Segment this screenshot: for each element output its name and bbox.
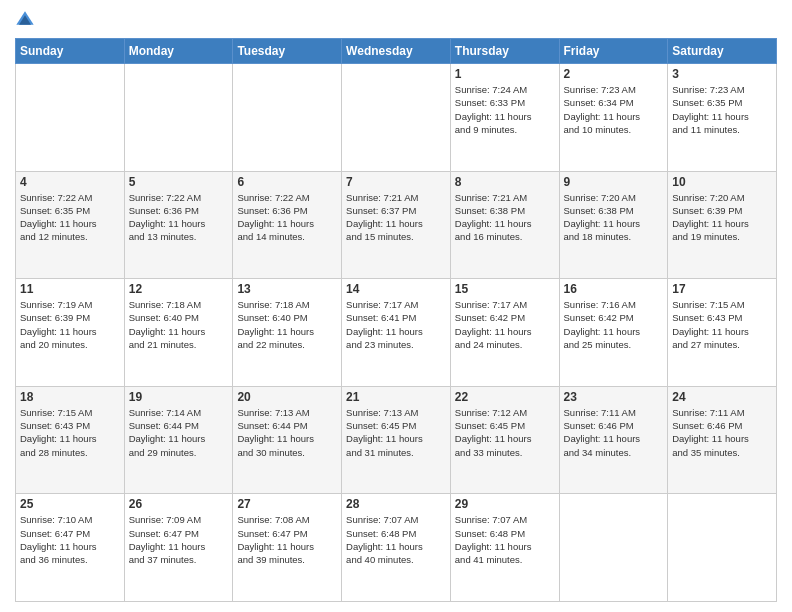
- calendar-cell: 16Sunrise: 7:16 AMSunset: 6:42 PMDayligh…: [559, 279, 668, 387]
- day-info: Sunrise: 7:20 AMSunset: 6:39 PMDaylight:…: [672, 191, 772, 244]
- day-info: Sunrise: 7:08 AMSunset: 6:47 PMDaylight:…: [237, 513, 337, 566]
- day-info: Sunrise: 7:11 AMSunset: 6:46 PMDaylight:…: [564, 406, 664, 459]
- calendar-cell: 25Sunrise: 7:10 AMSunset: 6:47 PMDayligh…: [16, 494, 125, 602]
- calendar-cell: 29Sunrise: 7:07 AMSunset: 6:48 PMDayligh…: [450, 494, 559, 602]
- calendar-cell: 27Sunrise: 7:08 AMSunset: 6:47 PMDayligh…: [233, 494, 342, 602]
- calendar-cell: 14Sunrise: 7:17 AMSunset: 6:41 PMDayligh…: [342, 279, 451, 387]
- calendar-cell: 17Sunrise: 7:15 AMSunset: 6:43 PMDayligh…: [668, 279, 777, 387]
- week-row-5: 25Sunrise: 7:10 AMSunset: 6:47 PMDayligh…: [16, 494, 777, 602]
- day-info: Sunrise: 7:07 AMSunset: 6:48 PMDaylight:…: [455, 513, 555, 566]
- day-info: Sunrise: 7:17 AMSunset: 6:42 PMDaylight:…: [455, 298, 555, 351]
- day-number: 25: [20, 497, 120, 511]
- day-info: Sunrise: 7:23 AMSunset: 6:35 PMDaylight:…: [672, 83, 772, 136]
- calendar-cell: [16, 64, 125, 172]
- calendar-cell: [233, 64, 342, 172]
- calendar-cell: 22Sunrise: 7:12 AMSunset: 6:45 PMDayligh…: [450, 386, 559, 494]
- day-number: 14: [346, 282, 446, 296]
- week-row-1: 1Sunrise: 7:24 AMSunset: 6:33 PMDaylight…: [16, 64, 777, 172]
- day-number: 29: [455, 497, 555, 511]
- day-info: Sunrise: 7:16 AMSunset: 6:42 PMDaylight:…: [564, 298, 664, 351]
- day-number: 27: [237, 497, 337, 511]
- day-info: Sunrise: 7:17 AMSunset: 6:41 PMDaylight:…: [346, 298, 446, 351]
- day-number: 6: [237, 175, 337, 189]
- calendar-cell: 10Sunrise: 7:20 AMSunset: 6:39 PMDayligh…: [668, 171, 777, 279]
- day-number: 20: [237, 390, 337, 404]
- weekday-header-row: SundayMondayTuesdayWednesdayThursdayFrid…: [16, 39, 777, 64]
- day-number: 12: [129, 282, 229, 296]
- day-number: 16: [564, 282, 664, 296]
- day-info: Sunrise: 7:21 AMSunset: 6:38 PMDaylight:…: [455, 191, 555, 244]
- day-info: Sunrise: 7:13 AMSunset: 6:44 PMDaylight:…: [237, 406, 337, 459]
- day-number: 28: [346, 497, 446, 511]
- calendar-cell: 2Sunrise: 7:23 AMSunset: 6:34 PMDaylight…: [559, 64, 668, 172]
- calendar-cell: 13Sunrise: 7:18 AMSunset: 6:40 PMDayligh…: [233, 279, 342, 387]
- week-row-4: 18Sunrise: 7:15 AMSunset: 6:43 PMDayligh…: [16, 386, 777, 494]
- day-info: Sunrise: 7:22 AMSunset: 6:36 PMDaylight:…: [129, 191, 229, 244]
- calendar-cell: 18Sunrise: 7:15 AMSunset: 6:43 PMDayligh…: [16, 386, 125, 494]
- week-row-2: 4Sunrise: 7:22 AMSunset: 6:35 PMDaylight…: [16, 171, 777, 279]
- day-info: Sunrise: 7:18 AMSunset: 6:40 PMDaylight:…: [237, 298, 337, 351]
- day-info: Sunrise: 7:19 AMSunset: 6:39 PMDaylight:…: [20, 298, 120, 351]
- day-info: Sunrise: 7:24 AMSunset: 6:33 PMDaylight:…: [455, 83, 555, 136]
- weekday-header-thursday: Thursday: [450, 39, 559, 64]
- calendar-cell: [559, 494, 668, 602]
- calendar-cell: 4Sunrise: 7:22 AMSunset: 6:35 PMDaylight…: [16, 171, 125, 279]
- day-info: Sunrise: 7:09 AMSunset: 6:47 PMDaylight:…: [129, 513, 229, 566]
- day-info: Sunrise: 7:15 AMSunset: 6:43 PMDaylight:…: [672, 298, 772, 351]
- day-number: 11: [20, 282, 120, 296]
- calendar-cell: [124, 64, 233, 172]
- logo-icon: [15, 10, 35, 30]
- day-info: Sunrise: 7:18 AMSunset: 6:40 PMDaylight:…: [129, 298, 229, 351]
- day-number: 18: [20, 390, 120, 404]
- logo: [15, 10, 39, 30]
- day-info: Sunrise: 7:20 AMSunset: 6:38 PMDaylight:…: [564, 191, 664, 244]
- day-number: 1: [455, 67, 555, 81]
- weekday-header-monday: Monday: [124, 39, 233, 64]
- calendar-cell: 19Sunrise: 7:14 AMSunset: 6:44 PMDayligh…: [124, 386, 233, 494]
- calendar-cell: 5Sunrise: 7:22 AMSunset: 6:36 PMDaylight…: [124, 171, 233, 279]
- day-number: 7: [346, 175, 446, 189]
- calendar-cell: [342, 64, 451, 172]
- day-info: Sunrise: 7:23 AMSunset: 6:34 PMDaylight:…: [564, 83, 664, 136]
- calendar-cell: 21Sunrise: 7:13 AMSunset: 6:45 PMDayligh…: [342, 386, 451, 494]
- day-number: 9: [564, 175, 664, 189]
- weekday-header-saturday: Saturday: [668, 39, 777, 64]
- day-number: 10: [672, 175, 772, 189]
- calendar-cell: 24Sunrise: 7:11 AMSunset: 6:46 PMDayligh…: [668, 386, 777, 494]
- calendar-cell: 9Sunrise: 7:20 AMSunset: 6:38 PMDaylight…: [559, 171, 668, 279]
- day-number: 2: [564, 67, 664, 81]
- day-number: 4: [20, 175, 120, 189]
- calendar-cell: 6Sunrise: 7:22 AMSunset: 6:36 PMDaylight…: [233, 171, 342, 279]
- calendar-table: SundayMondayTuesdayWednesdayThursdayFrid…: [15, 38, 777, 602]
- weekday-header-sunday: Sunday: [16, 39, 125, 64]
- calendar-cell: 12Sunrise: 7:18 AMSunset: 6:40 PMDayligh…: [124, 279, 233, 387]
- day-number: 19: [129, 390, 229, 404]
- calendar-cell: 3Sunrise: 7:23 AMSunset: 6:35 PMDaylight…: [668, 64, 777, 172]
- day-info: Sunrise: 7:15 AMSunset: 6:43 PMDaylight:…: [20, 406, 120, 459]
- day-number: 5: [129, 175, 229, 189]
- day-info: Sunrise: 7:07 AMSunset: 6:48 PMDaylight:…: [346, 513, 446, 566]
- day-info: Sunrise: 7:22 AMSunset: 6:35 PMDaylight:…: [20, 191, 120, 244]
- calendar-cell: 1Sunrise: 7:24 AMSunset: 6:33 PMDaylight…: [450, 64, 559, 172]
- day-number: 13: [237, 282, 337, 296]
- weekday-header-tuesday: Tuesday: [233, 39, 342, 64]
- day-info: Sunrise: 7:22 AMSunset: 6:36 PMDaylight:…: [237, 191, 337, 244]
- calendar-cell: [668, 494, 777, 602]
- day-info: Sunrise: 7:11 AMSunset: 6:46 PMDaylight:…: [672, 406, 772, 459]
- day-number: 3: [672, 67, 772, 81]
- day-number: 21: [346, 390, 446, 404]
- day-number: 8: [455, 175, 555, 189]
- page: SundayMondayTuesdayWednesdayThursdayFrid…: [0, 0, 792, 612]
- header: [15, 10, 777, 30]
- day-info: Sunrise: 7:14 AMSunset: 6:44 PMDaylight:…: [129, 406, 229, 459]
- calendar-cell: 11Sunrise: 7:19 AMSunset: 6:39 PMDayligh…: [16, 279, 125, 387]
- calendar-cell: 23Sunrise: 7:11 AMSunset: 6:46 PMDayligh…: [559, 386, 668, 494]
- calendar-cell: 15Sunrise: 7:17 AMSunset: 6:42 PMDayligh…: [450, 279, 559, 387]
- day-info: Sunrise: 7:13 AMSunset: 6:45 PMDaylight:…: [346, 406, 446, 459]
- day-info: Sunrise: 7:12 AMSunset: 6:45 PMDaylight:…: [455, 406, 555, 459]
- day-number: 22: [455, 390, 555, 404]
- day-number: 17: [672, 282, 772, 296]
- day-number: 24: [672, 390, 772, 404]
- day-number: 23: [564, 390, 664, 404]
- weekday-header-friday: Friday: [559, 39, 668, 64]
